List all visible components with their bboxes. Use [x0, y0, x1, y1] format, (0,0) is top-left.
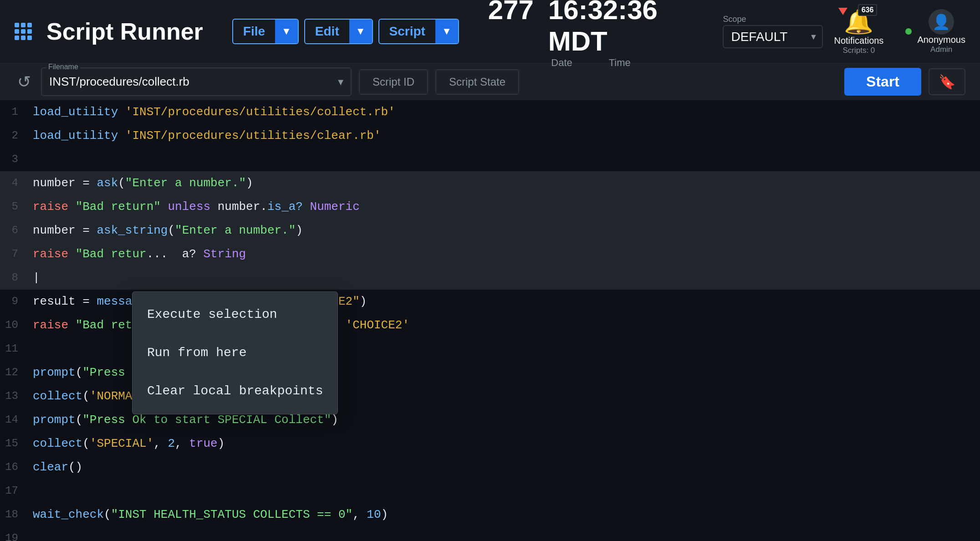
scope-wrapper[interactable]: DEFAULT ▼ — [723, 25, 823, 48]
file-menu-arrow[interactable]: ▼ — [275, 20, 298, 43]
table-row: 7 raise "Bad retur... a? String — [0, 242, 980, 266]
start-button[interactable]: Start — [844, 68, 921, 96]
bookmark-button[interactable]: 🔖 — [929, 68, 965, 95]
scope-label: Scope — [723, 15, 823, 24]
notif-badge: 636 — [858, 4, 878, 16]
script-id-button[interactable]: Script ID — [359, 69, 428, 95]
file-menu-label[interactable]: File — [233, 20, 275, 43]
notifications-label: Notifications — [834, 36, 883, 46]
filename-wrapper: Filename ▼ — [41, 67, 352, 96]
date-label: Date — [551, 57, 572, 69]
table-row: 4 number = ask("Enter a number.") — [0, 171, 980, 195]
filename-input[interactable] — [41, 67, 352, 96]
notifications-block: 🔔 636 Notifications Scripts: 0 — [834, 8, 883, 55]
avatar: 👤 — [929, 9, 954, 35]
table-row: 15 collect('SPECIAL', 2, true) — [0, 432, 980, 455]
online-indicator — [905, 28, 912, 35]
user-name: Anonymous — [917, 35, 965, 45]
clear-local-breakpoints-item[interactable]: Clear local breakpoints — [133, 372, 337, 410]
nav-menus: File ▼ Edit ▼ Script ▼ — [232, 19, 459, 44]
table-row: 19 — [0, 526, 980, 541]
time-value: 16:32:36 MDT — [548, 0, 694, 57]
table-row: 18 wait_check("INST HEALTH_STATUS COLLEC… — [0, 503, 980, 526]
script-menu-label[interactable]: Script — [379, 20, 435, 43]
scope-block: Scope DEFAULT ▼ — [723, 15, 823, 48]
file-menu[interactable]: File ▼ — [232, 19, 299, 44]
user-block[interactable]: 👤 Anonymous Admin — [917, 9, 965, 54]
datetime-block: 277 16:32:36 MDT Date Time — [488, 0, 694, 69]
user-section: 👤 Anonymous Admin — [905, 9, 965, 54]
script-menu-arrow[interactable]: ▼ — [435, 20, 458, 43]
table-row: 16 clear() — [0, 455, 980, 479]
table-row: 8 | — [0, 266, 980, 290]
user-role: Admin — [930, 45, 952, 54]
time-label: Time — [609, 57, 631, 69]
refresh-button[interactable]: ↺ — [15, 70, 34, 94]
table-row: 3 — [0, 148, 980, 171]
alert-triangle-icon — [838, 8, 847, 15]
context-menu: Execute selection Run from here Clear lo… — [132, 291, 338, 414]
toolbar: ↺ Filename ▼ Script ID Script State Star… — [0, 64, 980, 100]
date-value: 277 — [488, 0, 534, 26]
app-title: Script Runner — [46, 18, 203, 45]
table-row: 17 — [0, 479, 980, 503]
notif-icon-wrap[interactable]: 🔔 636 — [844, 8, 873, 36]
app-grid-icon[interactable] — [15, 23, 32, 40]
edit-menu-label[interactable]: Edit — [305, 20, 349, 43]
run-from-here-item[interactable]: Run from here — [133, 334, 337, 372]
topbar: Script Runner File ▼ Edit ▼ Script ▼ 277… — [0, 0, 980, 64]
edit-menu[interactable]: Edit ▼ — [304, 19, 373, 44]
table-row: 2 load_utility 'INST/procedures/utilitie… — [0, 124, 980, 148]
code-editor[interactable]: 1 load_utility 'INST/procedures/utilitie… — [0, 100, 980, 541]
filename-label: Filename — [46, 63, 80, 71]
table-row: 6 number = ask_string("Enter a number.") — [0, 219, 980, 242]
scope-select[interactable]: DEFAULT — [723, 25, 823, 48]
notifications-sub: Scripts: 0 — [842, 46, 875, 55]
table-row: 1 load_utility 'INST/procedures/utilitie… — [0, 100, 980, 124]
execute-selection-item[interactable]: Execute selection — [133, 296, 337, 334]
script-state-button[interactable]: Script State — [435, 69, 519, 95]
edit-menu-arrow[interactable]: ▼ — [349, 20, 372, 43]
script-menu[interactable]: Script ▼ — [378, 19, 459, 44]
table-row: 5 raise "Bad return" unless number.is_a?… — [0, 195, 980, 219]
